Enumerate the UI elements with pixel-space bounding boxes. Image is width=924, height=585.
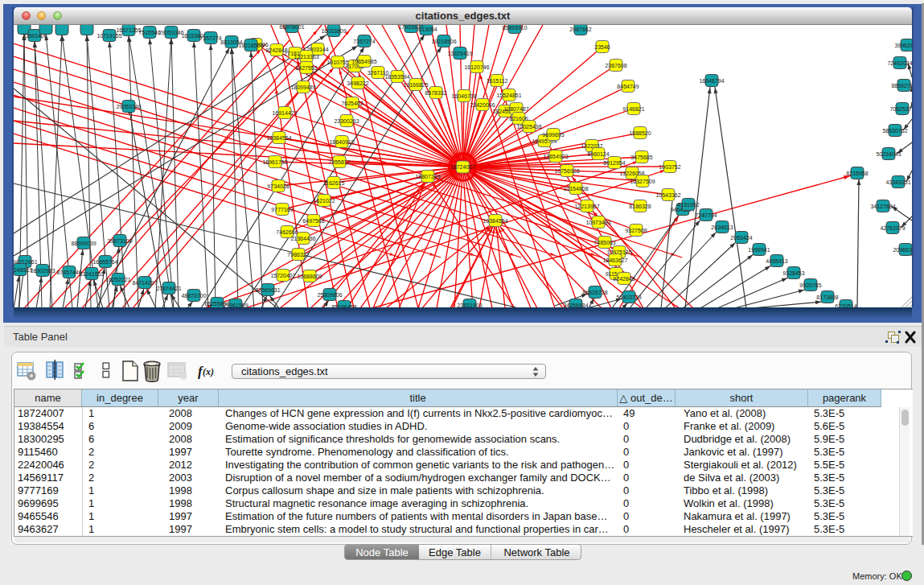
svg-text:39673100: 39673100 xyxy=(107,238,132,244)
svg-text:18640910: 18640910 xyxy=(329,139,354,145)
svg-text:7955812: 7955812 xyxy=(328,159,350,165)
svg-text:84714297: 84714297 xyxy=(132,280,157,286)
svg-text:8186328: 8186328 xyxy=(629,204,651,209)
svg-text:19384554: 19384554 xyxy=(266,135,291,141)
svg-text:16120746: 16120746 xyxy=(464,64,489,70)
svg-text:34256684: 34256684 xyxy=(563,303,588,307)
svg-text:16252221: 16252221 xyxy=(105,277,130,282)
svg-text:85893910: 85893910 xyxy=(502,25,527,31)
svg-text:8960124: 8960124 xyxy=(587,151,609,157)
svg-text:17933677: 17933677 xyxy=(398,25,423,30)
svg-text:66978001: 66978001 xyxy=(279,25,304,30)
svg-text:8454749: 8454749 xyxy=(617,84,639,89)
svg-text:16914479: 16914479 xyxy=(272,110,297,116)
svg-text:1615112: 1615112 xyxy=(487,78,508,84)
svg-text:43343251: 43343251 xyxy=(885,179,910,185)
svg-text:7515546: 7515546 xyxy=(138,30,160,35)
svg-text:10688609: 10688609 xyxy=(297,274,322,279)
svg-text:12213363: 12213363 xyxy=(294,54,318,60)
svg-text:7986322: 7986322 xyxy=(287,252,309,257)
svg-text:6497568: 6497568 xyxy=(302,218,324,224)
svg-text:15524851: 15524851 xyxy=(496,93,521,98)
svg-text:8215958: 8215958 xyxy=(846,171,868,176)
svg-text:4455413: 4455413 xyxy=(766,258,787,264)
svg-text:16961758: 16961758 xyxy=(262,159,287,165)
svg-text:1903752: 1903752 xyxy=(659,164,680,170)
svg-text:51403729: 51403729 xyxy=(616,295,641,300)
svg-text:70825377: 70825377 xyxy=(889,106,912,112)
svg-text:19218506: 19218506 xyxy=(238,43,263,48)
svg-text:7462666: 7462666 xyxy=(276,229,298,235)
svg-text:9328453: 9328453 xyxy=(782,270,804,276)
svg-text:88590039: 88590039 xyxy=(71,241,96,246)
svg-text:18463627: 18463627 xyxy=(602,257,627,263)
svg-text:7357274: 7357274 xyxy=(353,39,375,44)
svg-text:34127884: 34127884 xyxy=(870,204,895,209)
svg-text:9146821: 9146821 xyxy=(622,106,644,112)
svg-text:72492024: 72492024 xyxy=(887,60,912,66)
svg-text:1999941: 1999941 xyxy=(748,247,770,253)
svg-text:19384554: 19384554 xyxy=(483,218,507,224)
svg-text:86626738: 86626738 xyxy=(582,290,607,295)
svg-text:12213967: 12213967 xyxy=(574,204,599,209)
svg-text:18302983: 18302983 xyxy=(30,268,55,274)
svg-text:6270514: 6270514 xyxy=(835,303,856,307)
svg-text:18099489: 18099489 xyxy=(290,84,315,90)
svg-text:10154808: 10154808 xyxy=(563,186,588,192)
svg-text:58530762: 58530762 xyxy=(882,128,907,134)
svg-text:82569631: 82569631 xyxy=(255,287,280,293)
svg-text:9327508: 9327508 xyxy=(625,228,647,233)
svg-text:20986393: 20986393 xyxy=(893,247,912,253)
svg-text:2367608: 2367608 xyxy=(605,63,626,68)
svg-text:10543362: 10543362 xyxy=(655,192,680,198)
svg-text:3498222: 3498222 xyxy=(347,80,368,86)
svg-text:13654923: 13654923 xyxy=(543,154,568,159)
svg-text:9920785: 9920785 xyxy=(799,282,821,288)
svg-text:10973493: 10973493 xyxy=(585,220,610,225)
svg-text:7357274: 7357274 xyxy=(199,35,221,41)
svg-text:48870700: 48870700 xyxy=(181,293,206,299)
svg-text:10756928: 10756928 xyxy=(554,168,579,174)
svg-text:8578332: 8578332 xyxy=(425,90,446,96)
svg-text:85196458: 85196458 xyxy=(331,304,356,307)
svg-text:18724007: 18724007 xyxy=(450,164,475,170)
svg-text:9699695: 9699695 xyxy=(542,132,564,138)
svg-text:2634613: 2634613 xyxy=(711,225,733,230)
svg-text:87457446: 87457446 xyxy=(56,270,81,275)
svg-text:1588520: 1588520 xyxy=(629,130,651,136)
svg-text:18807249: 18807249 xyxy=(415,174,440,179)
svg-text:9242848: 9242848 xyxy=(613,276,634,282)
svg-text:2053424: 2053424 xyxy=(730,235,752,241)
svg-text:16046708: 16046708 xyxy=(451,93,476,99)
svg-text:(x): (x) xyxy=(203,366,214,377)
svg-text:7625402: 7625402 xyxy=(341,101,363,106)
svg-text:1621022: 1621022 xyxy=(313,198,335,204)
svg-text:8173808: 8173808 xyxy=(816,295,838,300)
svg-text:19654985: 19654985 xyxy=(351,59,376,64)
svg-text:50234045: 50234045 xyxy=(876,151,901,157)
svg-text:4151952: 4151952 xyxy=(677,202,699,208)
svg-text:9777169: 9777169 xyxy=(271,207,293,212)
svg-text:16033809: 16033809 xyxy=(321,28,346,34)
svg-text:15720407: 15720407 xyxy=(270,273,295,278)
svg-text:16648794: 16648794 xyxy=(699,78,724,84)
svg-text:42762079: 42762079 xyxy=(880,225,905,231)
svg-text:23546: 23546 xyxy=(594,44,610,50)
svg-text:29361589: 29361589 xyxy=(223,303,248,307)
svg-text:8427552: 8427552 xyxy=(295,65,317,71)
svg-text:7485063: 7485063 xyxy=(593,240,615,245)
svg-text:16655764: 16655764 xyxy=(92,259,117,265)
svg-text:39962626: 39962626 xyxy=(894,43,912,48)
svg-text:19218506: 19218506 xyxy=(431,39,456,44)
svg-text:16671355: 16671355 xyxy=(116,27,141,33)
svg-text:63241552: 63241552 xyxy=(79,271,104,277)
svg-text:2087662: 2087662 xyxy=(569,27,591,32)
svg-text:21364436: 21364436 xyxy=(290,236,315,241)
svg-text:29053346: 29053346 xyxy=(158,30,183,35)
svg-text:25809806: 25809806 xyxy=(317,292,342,298)
svg-text:8912954: 8912954 xyxy=(603,160,625,166)
svg-text:23420046: 23420046 xyxy=(470,102,495,108)
svg-text:19166825: 19166825 xyxy=(403,82,428,88)
svg-text:23831903: 23831903 xyxy=(457,303,482,307)
svg-text:10719155: 10719155 xyxy=(97,33,121,39)
